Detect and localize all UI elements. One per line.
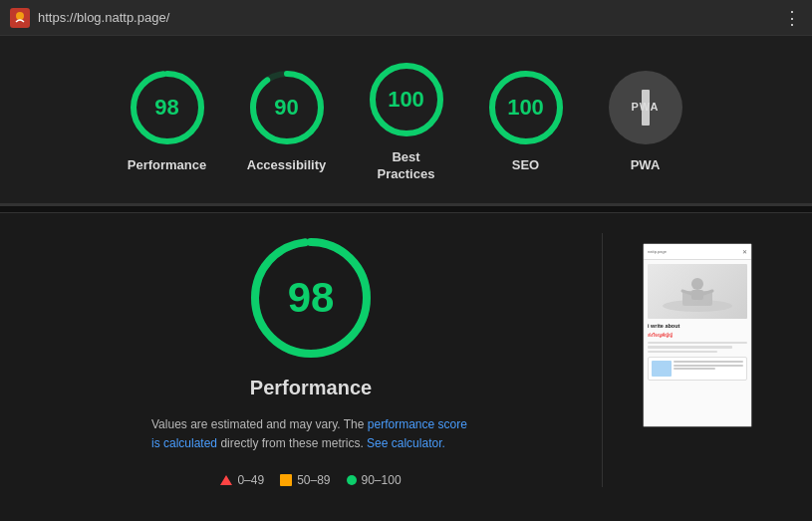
good-icon [347, 475, 357, 485]
screenshot-card [648, 357, 747, 381]
legend-item-poor: 0–49 [220, 473, 264, 487]
score-section: 98 Performance 90 Accessibility 100 Best… [0, 36, 812, 205]
svg-rect-17 [691, 290, 703, 300]
screenshot-subtitle: ส่งใจญฅ์ญ์ญ์ [648, 332, 747, 339]
top-bar: https://blog.nattp.page/ ⋮ [0, 0, 812, 36]
score-label-seo: SEO [512, 157, 539, 174]
score-value-performance: 98 [154, 95, 178, 121]
score-item-pwa[interactable]: PWA PWA [606, 68, 685, 174]
screenshot-header: nattp.page ✕ [644, 244, 751, 260]
right-panel: nattp.page ✕ i [643, 233, 752, 427]
legend-item-average: 50–89 [280, 473, 330, 487]
legend-row: 0–49 50–89 90–100 [220, 473, 401, 487]
score-item-seo[interactable]: 100 SEO [486, 68, 566, 174]
menu-icon[interactable]: ⋮ [783, 7, 802, 29]
score-circle-seo: 100 [486, 68, 566, 147]
url-bar[interactable]: https://blog.nattp.page/ [38, 10, 775, 25]
legend-range-good: 90–100 [362, 473, 402, 487]
score-value-seo: 100 [507, 95, 544, 121]
left-panel: 98 Performance Values are estimated and … [60, 233, 562, 487]
score-item-performance[interactable]: 98 Performance [128, 68, 207, 174]
calculator-link[interactable]: See calculator. [367, 436, 445, 450]
score-label-pwa: PWA [631, 157, 661, 174]
svg-point-1 [16, 12, 24, 20]
screenshot-line-2 [648, 346, 732, 349]
score-label-best-practices: Best Practices [378, 149, 435, 183]
score-value-accessibility: 90 [274, 95, 298, 121]
screenshot-line-3 [648, 351, 717, 354]
screenshot-card-text [674, 361, 743, 377]
screenshot-card-image [652, 361, 672, 377]
score-circle-pwa: PWA [606, 68, 685, 147]
vertical-divider [602, 233, 603, 487]
screenshot-body: i write about ส่งใจญฅ์ญ์ญ์ [644, 260, 751, 426]
score-value-best-practices: 100 [388, 87, 424, 113]
score-circle-accessibility: 90 [247, 68, 327, 147]
screenshot-line-1 [648, 342, 747, 345]
score-item-accessibility[interactable]: 90 Accessibility [247, 68, 327, 174]
site-icon [10, 8, 30, 28]
legend-range-poor: 0–49 [237, 473, 264, 487]
section-divider [0, 205, 812, 213]
site-screenshot: nattp.page ✕ i [643, 243, 752, 427]
poor-icon [220, 475, 232, 485]
screenshot-title: i write about [648, 323, 747, 330]
svg-point-16 [691, 278, 703, 290]
big-score-value: 98 [288, 274, 335, 322]
score-circle-best-practices: 100 [367, 60, 446, 139]
description-text: Values are estimated and may vary. The p… [151, 415, 470, 453]
legend-range-average: 50–89 [297, 473, 330, 487]
screenshot-image-area [648, 264, 747, 319]
score-circle-performance: 98 [128, 68, 207, 147]
screenshot-close-icon: ✕ [742, 248, 747, 255]
score-item-best-practices[interactable]: 100 Best Practices [367, 60, 446, 183]
screenshot-header-text: nattp.page [648, 249, 667, 254]
big-score-circle: 98 [246, 233, 376, 363]
legend-item-good: 90–100 [347, 473, 402, 487]
big-score-label: Performance [250, 377, 372, 399]
pwa-text: PWA [631, 101, 659, 113]
score-label-performance: Performance [128, 157, 206, 174]
main-content: 98 Performance Values are estimated and … [0, 213, 812, 507]
score-label-accessibility: Accessibility [247, 157, 327, 174]
average-icon [280, 474, 292, 486]
